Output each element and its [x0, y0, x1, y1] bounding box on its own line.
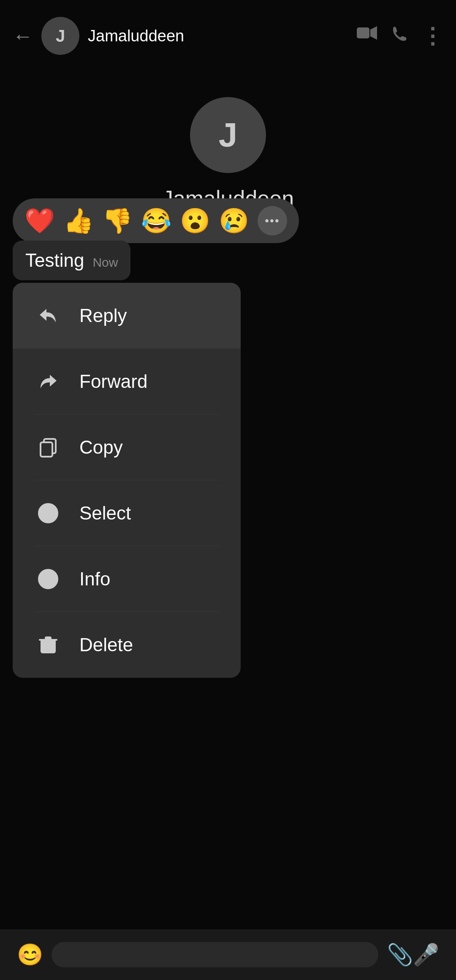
- copy-menu-item[interactable]: Copy: [13, 414, 241, 480]
- message-time: Now: [92, 255, 118, 270]
- message-text: Testing: [25, 250, 84, 271]
- context-menu: Reply Forward Copy: [13, 283, 241, 678]
- more-dots-icon: •••: [265, 214, 280, 227]
- forward-label: Forward: [79, 371, 147, 392]
- more-emoji-button[interactable]: •••: [258, 206, 287, 236]
- emoji-surprised[interactable]: 😮: [180, 208, 210, 233]
- emoji-thumbs-up[interactable]: 👍: [63, 208, 94, 233]
- emoji-heart[interactable]: ❤️: [24, 208, 55, 233]
- forward-icon: [34, 367, 62, 396]
- reply-icon: [34, 301, 62, 330]
- emoji-laugh[interactable]: 😂: [141, 208, 171, 233]
- emoji-bottom-icon[interactable]: 😊: [17, 942, 43, 967]
- copy-label: Copy: [79, 437, 123, 458]
- delete-label: Delete: [79, 634, 133, 655]
- select-label: Select: [79, 503, 131, 524]
- info-menu-item[interactable]: Info: [13, 546, 241, 612]
- avatar: J: [41, 17, 79, 55]
- info-label: Info: [79, 569, 110, 590]
- svg-rect-0: [357, 27, 369, 38]
- select-icon: [34, 499, 62, 528]
- svg-rect-3: [41, 442, 52, 457]
- info-icon: [34, 565, 62, 593]
- attachment-icon[interactable]: 📎: [387, 942, 413, 967]
- profile-avatar: J: [190, 97, 266, 173]
- message-bubble: Testing Now: [13, 241, 130, 280]
- select-menu-item[interactable]: Select: [13, 480, 241, 546]
- chat-header: ← J Jamaluddeen ⋮: [0, 0, 456, 63]
- phone-call-icon[interactable]: [390, 24, 409, 47]
- svg-marker-1: [370, 26, 377, 40]
- emoji-cry[interactable]: 😢: [219, 208, 249, 233]
- svg-rect-6: [47, 577, 49, 585]
- back-button[interactable]: ←: [13, 24, 33, 48]
- forward-menu-item[interactable]: Forward: [13, 349, 241, 414]
- header-actions: ⋮: [356, 23, 443, 49]
- bottom-navigation-bar: 😊 📎 🎤: [0, 929, 456, 980]
- mic-icon[interactable]: 🎤: [413, 942, 439, 967]
- copy-icon: [34, 433, 62, 462]
- video-call-icon[interactable]: [356, 25, 377, 46]
- delete-menu-item[interactable]: Delete: [13, 612, 241, 678]
- svg-point-7: [47, 574, 49, 576]
- contact-name: Jamaluddeen: [88, 27, 348, 45]
- emoji-thumbs-down[interactable]: 👎: [102, 208, 133, 233]
- emoji-reaction-bar: ❤️ 👍 👎 😂 😮 😢 •••: [13, 198, 299, 243]
- reply-menu-item[interactable]: Reply: [13, 283, 241, 349]
- delete-icon: [34, 631, 62, 659]
- more-options-icon[interactable]: ⋮: [421, 23, 443, 49]
- reply-label: Reply: [79, 305, 127, 326]
